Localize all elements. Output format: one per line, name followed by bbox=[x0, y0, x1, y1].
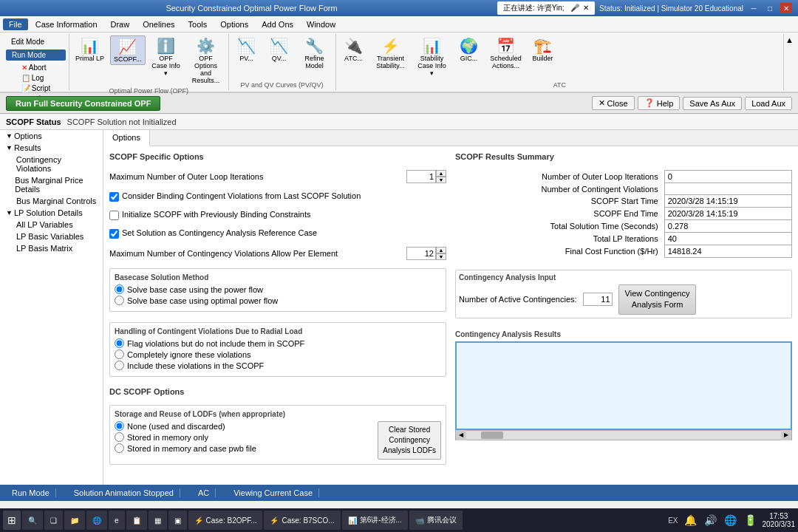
battery-icon[interactable]: 🔋 bbox=[743, 514, 758, 526]
network-icon[interactable]: 🌐 bbox=[723, 514, 738, 526]
outer-iterations-spinner[interactable]: ▲ ▼ bbox=[436, 170, 446, 183]
taskbar-app-3[interactable]: ▣ bbox=[168, 511, 187, 530]
basecase-title: Basecase Solution Method bbox=[115, 273, 441, 282]
speaker-icon[interactable]: 🔊 bbox=[703, 514, 718, 526]
notification-icon[interactable]: 🔔 bbox=[683, 514, 698, 526]
menu-item-tools[interactable]: Tools bbox=[183, 18, 214, 30]
menu-item-draw[interactable]: Draw bbox=[105, 18, 136, 30]
result-label: SCOPF Start Time bbox=[455, 195, 664, 208]
chat-close-btn[interactable]: ✕ bbox=[583, 4, 589, 12]
contingency-input-title: Contingency Analysis Input bbox=[459, 273, 788, 282]
run-mode-btn[interactable]: Run Mode bbox=[6, 50, 66, 61]
transient-btn[interactable]: ⚡ Transient Stability... bbox=[372, 35, 410, 71]
scopf-btn[interactable]: 📈 SCOPF... bbox=[110, 35, 146, 65]
run-full-scopf-btn[interactable]: Run Full Security Constrained OPF bbox=[6, 96, 160, 111]
taskbar-app-b2opf[interactable]: ⚡ Case: B2OPF... bbox=[188, 511, 263, 530]
radio-optimal[interactable] bbox=[115, 296, 124, 305]
menu-item-onelines[interactable]: Onelines bbox=[137, 18, 180, 30]
outer-iterations-input[interactable] bbox=[406, 170, 436, 183]
abort-btn[interactable]: ✕ Abort bbox=[18, 63, 54, 72]
refine-model-btn[interactable]: 🔧 Refine Model bbox=[297, 35, 332, 71]
opf-options-btn[interactable]: ⚙️ OPF Options and Results... bbox=[187, 35, 225, 86]
radio-memory[interactable] bbox=[115, 432, 124, 442]
radio-none-storage[interactable] bbox=[115, 421, 124, 431]
close-btn[interactable]: ✕ bbox=[780, 3, 792, 13]
max-contingency-input[interactable] bbox=[406, 247, 436, 260]
pv-btn[interactable]: 📉 PV... bbox=[232, 35, 262, 64]
script-btn[interactable]: 📝 Script bbox=[18, 83, 54, 93]
opf-case-info-btn[interactable]: ℹ️ OPF Case Info ▾ bbox=[149, 35, 184, 78]
taskbar-app-2[interactable]: ▦ bbox=[149, 511, 167, 530]
scheduled-btn[interactable]: 📅 Scheduled Actions... bbox=[487, 35, 525, 71]
radio-include[interactable] bbox=[115, 361, 124, 370]
chat-mic-btn[interactable]: 🎤 bbox=[570, 4, 579, 12]
menu-item-case-info[interactable]: Case Information bbox=[30, 18, 103, 30]
storage-section: Storage and Reuse of LODFs (when appropr… bbox=[109, 405, 446, 465]
set-solution-checkbox[interactable] bbox=[109, 229, 119, 239]
horizontal-scrollbar[interactable]: ◀ ▶ bbox=[455, 430, 792, 440]
load-aux-btn[interactable]: Load Aux bbox=[745, 97, 792, 110]
spinner-up[interactable]: ▲ bbox=[436, 170, 446, 177]
sidebar-item-results[interactable]: ▼ Results bbox=[0, 142, 103, 154]
atc-btn[interactable]: 🔌 ATC... bbox=[339, 35, 369, 64]
sidebar-item-bus-marginal-controls[interactable]: Bus Marginal Controls bbox=[0, 195, 103, 207]
num-active-input[interactable] bbox=[583, 293, 613, 306]
gic-btn[interactable]: 🌍 GIC... bbox=[454, 35, 484, 64]
taskbar-app-1[interactable]: 📋 bbox=[126, 511, 147, 530]
taskbar-app-ie[interactable]: e bbox=[109, 511, 125, 530]
builder-btn[interactable]: 🏗️ Builder bbox=[528, 35, 558, 64]
max-contingency-input-group: ▲ ▼ bbox=[406, 247, 446, 260]
sidebar-item-lp-basic[interactable]: LP Basic Variables bbox=[0, 231, 103, 242]
close-btn[interactable]: ✕ Close bbox=[592, 96, 635, 110]
result-label: Total Solution Time (Seconds) bbox=[455, 220, 664, 233]
sidebar-item-bus-marginal-price[interactable]: Bus Marginal Price Details bbox=[0, 174, 103, 195]
max-contingency-spinner[interactable]: ▲ ▼ bbox=[436, 247, 446, 260]
tab-options[interactable]: Options bbox=[103, 130, 150, 146]
scroll-right-btn[interactable]: ▶ bbox=[781, 430, 791, 440]
menu-item-window[interactable]: Window bbox=[301, 18, 341, 30]
spinner-down-2[interactable]: ▼ bbox=[436, 253, 446, 260]
radio-pwb[interactable] bbox=[115, 443, 124, 453]
radio-ignore[interactable] bbox=[115, 349, 124, 359]
ribbon-collapse-btn[interactable]: ▲ bbox=[784, 34, 795, 90]
menu-item-options[interactable]: Options bbox=[214, 18, 254, 30]
scroll-left-btn[interactable]: ◀ bbox=[456, 430, 466, 440]
title-bar: Security Constrained Optimal Power Flow … bbox=[0, 0, 798, 16]
minimize-btn[interactable]: ─ bbox=[748, 3, 760, 13]
sidebar-item-contingency-violations[interactable]: Contingency Violations bbox=[0, 154, 103, 174]
spinner-up-2[interactable]: ▲ bbox=[436, 247, 446, 253]
radio-flag[interactable] bbox=[115, 338, 124, 348]
sidebar-item-all-lp[interactable]: All LP Variables bbox=[0, 219, 103, 231]
qv-btn[interactable]: 📉 QV... bbox=[265, 35, 294, 64]
consider-binding-checkbox[interactable] bbox=[109, 192, 119, 202]
maximize-btn[interactable]: □ bbox=[764, 3, 776, 13]
taskbar-app-b7sco[interactable]: ⚡ Case: B7SCO... bbox=[264, 511, 340, 530]
sidebar-item-lp-basis[interactable]: LP Basis Matrix bbox=[0, 242, 103, 254]
initialize-scopf-checkbox[interactable] bbox=[109, 211, 119, 220]
help-btn[interactable]: ❓ Help bbox=[638, 96, 681, 110]
menu-item-addons[interactable]: Add Ons bbox=[256, 18, 299, 30]
stability-btn[interactable]: 📊 Stability Case Info ▾ bbox=[413, 35, 451, 78]
task-view-btn[interactable]: ❑ bbox=[44, 511, 63, 530]
log-btn[interactable]: 📋 Log bbox=[18, 73, 54, 83]
edit-mode-btn[interactable]: Edit Mode bbox=[6, 35, 66, 48]
taskbar-app-explorer[interactable]: 📁 bbox=[64, 511, 85, 530]
spinner-down[interactable]: ▼ bbox=[436, 177, 446, 183]
sidebar-item-lp-solution[interactable]: ▼ LP Solution Details bbox=[0, 207, 103, 219]
main-content: ▼ Options ▼ Results Contingency Violatio… bbox=[0, 130, 798, 485]
view-contingency-btn[interactable]: View Contingency Analysis Form bbox=[618, 284, 697, 315]
scopf-specific-title: SCOPF Specific Options bbox=[109, 152, 446, 161]
clear-stored-btn[interactable]: Clear Stored Contingency Analysis LODFs bbox=[378, 421, 441, 460]
taskbar-app-tencent[interactable]: 📹 腾讯会议 bbox=[409, 511, 463, 530]
save-as-aux-btn[interactable]: Save As Aux bbox=[683, 97, 742, 110]
animation-status: Solution Animation Stopped bbox=[68, 488, 180, 497]
start-btn[interactable]: ⊞ bbox=[3, 511, 21, 530]
result-value: 14818.24 bbox=[664, 245, 791, 258]
primal-lp-btn[interactable]: 📊 Primal LP bbox=[72, 35, 107, 64]
taskbar-app-lecture[interactable]: 📊 第6讲-经济... bbox=[342, 511, 408, 530]
sidebar-item-options[interactable]: ▼ Options bbox=[0, 130, 103, 142]
search-btn[interactable]: 🔍 bbox=[22, 511, 43, 530]
menu-item-file[interactable]: File bbox=[3, 18, 28, 30]
radio-powerflow[interactable] bbox=[115, 284, 124, 294]
taskbar-app-chrome[interactable]: 🌐 bbox=[86, 511, 107, 530]
